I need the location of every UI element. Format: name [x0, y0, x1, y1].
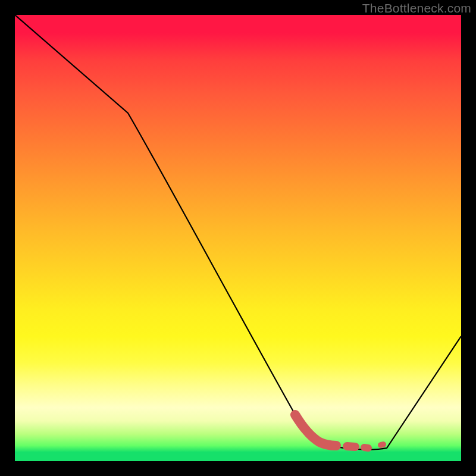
watermark-text: TheBottleneck.com: [362, 1, 471, 15]
highlight-dot-1: [347, 446, 355, 447]
highlight-dot-2: [364, 447, 368, 448]
chart-frame: [15, 15, 461, 461]
bottleneck-curve: [15, 15, 461, 450]
highlight-band: [295, 415, 336, 446]
chart-svg: [15, 15, 461, 461]
highlight-dot-3: [381, 444, 383, 445]
